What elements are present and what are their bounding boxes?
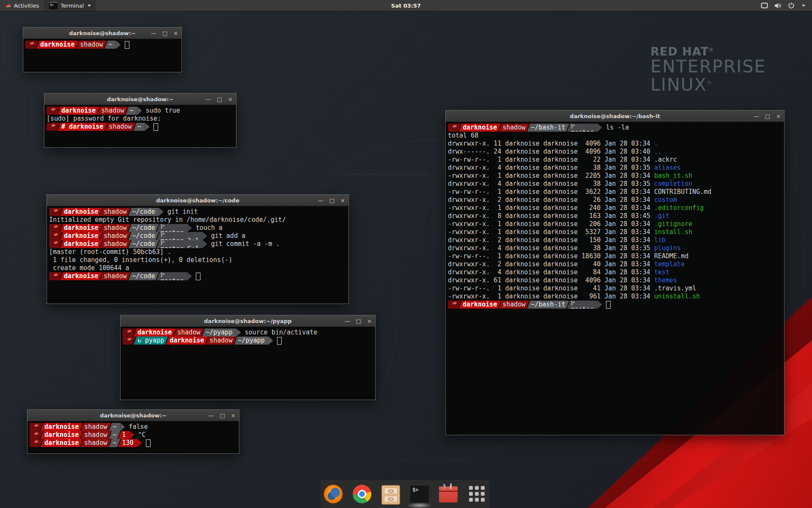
- minimize-button[interactable]: —: [151, 30, 156, 36]
- branch-icon: [571, 301, 575, 306]
- ls-row: drwxrwxr-x. 8 darknoise darknoise 163 Ja…: [448, 212, 784, 220]
- fedora-icon: [33, 431, 39, 436]
- prompt-segment-path: ~: [126, 107, 137, 115]
- app-menu-button[interactable]: $> Terminal: [44, 0, 96, 11]
- prompt-segment-user: darknoise: [134, 329, 176, 337]
- terminal-window-3[interactable]: darknoise@shadow:~/code—□×darknoiseshado…: [47, 194, 349, 304]
- terminal-body[interactable]: darknoiseshadow~falsedarknoiseshadow~1^C…: [27, 421, 239, 447]
- prompt-arrow: [269, 337, 273, 345]
- ls-row: -rw-rw-r--. 1 darknoise darknoise 18630 …: [448, 252, 784, 260]
- ls-row: -rw-rw-r--. 1 darknoise darknoise 41 Jan…: [448, 284, 784, 293]
- terminal-output-line: total 68: [448, 132, 784, 140]
- prompt-segment-hat: [448, 301, 461, 309]
- ls-row: drwxrwxr-x. 4 darknoise darknoise 38 Jan…: [448, 164, 784, 172]
- maximize-button[interactable]: □: [162, 30, 167, 36]
- prompt-segment-path: ~/pyapp: [234, 337, 269, 345]
- clock[interactable]: Sat 03:57: [0, 3, 812, 9]
- files-icon[interactable]: [381, 485, 400, 503]
- terminal-body[interactable]: darknoiseshadow~sudo true[sudo] password…: [44, 105, 236, 131]
- prompt-segment-user: darknoise: [60, 208, 102, 216]
- titlebar[interactable]: darknoise@shadow:~/code—□×: [47, 195, 348, 206]
- ls-row: drwxrwxr-x. 2 darknoise darknoise 26 Jan…: [448, 196, 784, 204]
- close-button[interactable]: ×: [340, 198, 345, 203]
- terminal-window-6[interactable]: darknoise@shadow:~/bash-it—□×darknoisesh…: [445, 110, 785, 435]
- firefox-icon[interactable]: [324, 485, 343, 503]
- terminal-app-icon: $>: [49, 2, 58, 9]
- prompt-segment-host: shadow: [100, 224, 130, 232]
- terminal-body[interactable]: darknoiseshadow~/codegit initInitialized…: [47, 206, 348, 280]
- file-name: aliases: [654, 164, 681, 171]
- prompt-segment-path: ~/bash-it: [527, 301, 569, 309]
- fedora-icon: [53, 232, 58, 237]
- maximize-button[interactable]: □: [220, 413, 225, 418]
- titlebar[interactable]: darknoise@shadow:~—□×: [27, 410, 239, 421]
- chrome-icon[interactable]: [353, 485, 371, 503]
- titlebar[interactable]: darknoise@shadow:~—□×: [44, 94, 236, 105]
- file-name: completion: [654, 180, 692, 188]
- prompt-segment-user: darknoise: [58, 107, 99, 115]
- prompt-segment-hat: [47, 107, 60, 115]
- fedora-icon: [50, 107, 56, 111]
- file-name: uninstall.sh: [654, 293, 700, 300]
- close-button[interactable]: ×: [228, 97, 233, 102]
- maximize-button[interactable]: □: [217, 97, 222, 102]
- app-grid-icon[interactable]: [468, 485, 486, 503]
- fedora-icon: [50, 123, 56, 127]
- file-name: .gitignore: [654, 220, 692, 228]
- titlebar[interactable]: darknoise@shadow:~—□×: [23, 28, 181, 39]
- command-text: source bin/activate: [245, 329, 318, 337]
- terminal-body[interactable]: darknoiseshadow~: [23, 39, 181, 49]
- file-name: .editorconfig: [654, 204, 704, 212]
- fedora-icon: [126, 329, 132, 333]
- maximize-button[interactable]: □: [765, 113, 770, 119]
- terminal-window-4[interactable]: darknoise@shadow:~/pyapp—□×darknoiseshad…: [120, 315, 376, 400]
- activities-button[interactable]: Activities: [0, 0, 44, 11]
- terminal-body[interactable]: darknoiseshadow~/pyappsource bin/activat…: [121, 327, 375, 345]
- prompt-arrow: [121, 423, 125, 431]
- active-app-glow: [407, 502, 432, 508]
- terminal-icon[interactable]: $>: [410, 485, 429, 503]
- terminal-window-2[interactable]: darknoise@shadow:~—□×darknoiseshadow~sud…: [44, 93, 236, 148]
- prompt-line: # darknoiseshadow~: [47, 123, 236, 131]
- terminal-body[interactable]: darknoiseshadow~/bash-itmasterls -latota…: [446, 122, 784, 309]
- toolbox-icon[interactable]: [439, 485, 458, 503]
- close-button[interactable]: ×: [367, 318, 372, 324]
- display-icon[interactable]: [761, 3, 768, 8]
- minimize-button[interactable]: —: [206, 97, 211, 102]
- volume-icon[interactable]: [774, 3, 782, 9]
- minimize-button[interactable]: —: [208, 413, 214, 418]
- prompt-segment-user: darknoise: [60, 224, 102, 232]
- chevron-down-icon[interactable]: [802, 5, 805, 7]
- titlebar[interactable]: darknoise@shadow:~/bash-it—□×: [446, 110, 784, 122]
- maximize-button[interactable]: □: [329, 198, 335, 203]
- fedora-icon: [5, 3, 11, 8]
- file-name: bash_it.sh: [654, 172, 692, 179]
- terminal-output-line: [sudo] password for darknoise:: [47, 115, 236, 123]
- maximize-button[interactable]: □: [356, 318, 361, 324]
- close-button[interactable]: ×: [231, 413, 236, 418]
- close-button[interactable]: ×: [173, 30, 178, 36]
- power-icon[interactable]: [788, 2, 795, 9]
- terminal-window-5[interactable]: darknoise@shadow:~—□×darknoiseshadow~fal…: [27, 409, 239, 454]
- close-button[interactable]: ×: [776, 113, 781, 119]
- prompt-segment-user: darknoise: [41, 431, 82, 439]
- prompt-segment-host: shadow: [499, 301, 529, 309]
- titlebar[interactable]: darknoise@shadow:~/pyapp—□×: [121, 315, 375, 327]
- terminal-output-line: [master (root-commit) 50bcb63] .: [49, 248, 348, 256]
- prompt-arrow: [137, 107, 142, 115]
- minimize-button[interactable]: —: [345, 318, 350, 324]
- top-bar: Activities $> Terminal Sat 03:57: [0, 0, 812, 11]
- minimize-button[interactable]: —: [318, 198, 324, 203]
- terminal-output-line: 1 file changed, 0 insertions(+), 0 delet…: [49, 256, 348, 264]
- terminal-cursor: [606, 301, 611, 309]
- prompt-segment-host: shadow: [100, 240, 130, 248]
- command-text: git add a: [211, 232, 245, 240]
- prompt-segment-host: shadow: [80, 423, 111, 431]
- minimize-button[interactable]: —: [754, 113, 759, 119]
- prompt-segment-hat: [123, 337, 136, 345]
- file-name: .ackrc: [654, 156, 677, 163]
- prompt-arrow: [187, 272, 192, 280]
- terminal-window-1[interactable]: darknoise@shadow:~—□×darknoiseshadow~: [23, 27, 182, 72]
- prompt-segment-hat: [49, 240, 62, 248]
- prompt-line: darknoiseshadow~/codemaster: [49, 272, 348, 280]
